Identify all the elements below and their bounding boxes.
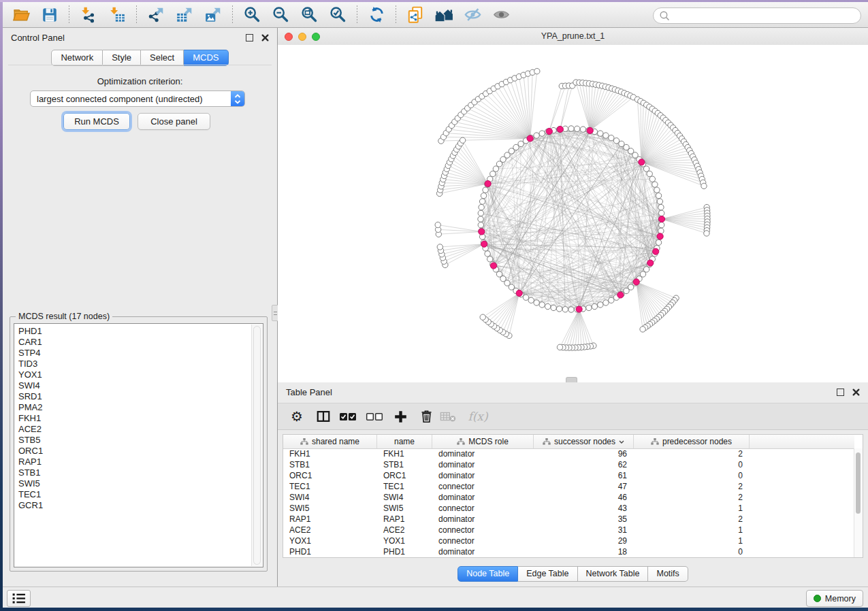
- table-tab-edge-table[interactable]: Edge Table: [518, 566, 577, 582]
- mcds-result-item[interactable]: SWI5: [18, 478, 263, 489]
- mcds-result-item[interactable]: SRD1: [18, 391, 263, 402]
- mcds-node[interactable]: [587, 127, 593, 133]
- network-node[interactable]: [545, 303, 550, 309]
- network-node[interactable]: [657, 199, 662, 204]
- delete-button[interactable]: [415, 406, 437, 427]
- network-node[interactable]: [523, 295, 528, 300]
- mcds-node[interactable]: [617, 292, 624, 298]
- mcds-result-list[interactable]: PHD1CAR1STP4TID3YOX1SWI4SRD1PMA2FKH1ACE2…: [14, 323, 263, 567]
- network-node[interactable]: [562, 307, 568, 312]
- table-row[interactable]: SWI4SWI4dominator462: [283, 492, 854, 503]
- network-node[interactable]: [539, 302, 545, 308]
- mcds-node[interactable]: [516, 290, 522, 296]
- table-row[interactable]: PHD1PHD1dominator180: [283, 546, 854, 557]
- network-node[interactable]: [643, 166, 649, 171]
- network-node[interactable]: [485, 251, 490, 257]
- zoom-selected-button[interactable]: [323, 4, 352, 26]
- network-canvas[interactable]: [278, 45, 868, 382]
- table-scrollbar[interactable]: [854, 448, 863, 557]
- network-node[interactable]: [534, 133, 539, 138]
- mcds-result-item[interactable]: SWI4: [18, 380, 263, 391]
- mcds-result-item[interactable]: ORC1: [18, 446, 263, 457]
- export-image-button[interactable]: [199, 4, 227, 26]
- deselect-all-button[interactable]: [364, 406, 385, 427]
- network-node[interactable]: [656, 193, 661, 198]
- network-node[interactable]: [580, 127, 585, 132]
- network-node[interactable]: [534, 69, 540, 74]
- mcds-result-item[interactable]: CAR1: [18, 337, 263, 348]
- table-row[interactable]: TEC1TEC1connector472: [283, 481, 854, 492]
- zoom-out-button[interactable]: [266, 4, 295, 26]
- mcds-result-item[interactable]: GCR1: [18, 500, 263, 511]
- mcds-node[interactable]: [633, 279, 639, 285]
- mcds-result-item[interactable]: PHD1: [18, 326, 263, 337]
- mcds-node[interactable]: [527, 135, 533, 142]
- table-tab-motifs[interactable]: Motifs: [648, 566, 688, 582]
- network-node[interactable]: [551, 305, 556, 310]
- hide-selected-button[interactable]: [458, 4, 487, 26]
- zoom-in-button[interactable]: [238, 4, 266, 26]
- close-panel-icon[interactable]: [852, 389, 860, 396]
- close-panel-button[interactable]: Close panel: [138, 113, 210, 130]
- table-row[interactable]: ORC1ORC1dominator610: [283, 470, 854, 481]
- mcds-node[interactable]: [658, 216, 664, 222]
- first-neighbors-button[interactable]: [430, 4, 458, 26]
- save-button[interactable]: [35, 4, 64, 26]
- mcds-result-item[interactable]: TEC1: [18, 489, 263, 500]
- network-node[interactable]: [437, 244, 443, 250]
- mcds-result-item[interactable]: PMA2: [18, 402, 263, 413]
- mcds-result-item[interactable]: TID3: [18, 359, 263, 369]
- add-row-button[interactable]: [389, 406, 411, 427]
- search-box[interactable]: [653, 7, 861, 24]
- memory-button[interactable]: Memory: [806, 590, 863, 607]
- mcds-node[interactable]: [657, 233, 663, 240]
- network-node[interactable]: [539, 131, 545, 136]
- search-input[interactable]: [671, 9, 861, 22]
- run-mcds-button[interactable]: Run MCDS: [63, 113, 130, 130]
- mcds-node[interactable]: [481, 241, 487, 247]
- network-node[interactable]: [647, 171, 652, 176]
- table-columns-button[interactable]: [312, 406, 334, 427]
- network-node[interactable]: [652, 182, 658, 187]
- mcds-node[interactable]: [647, 260, 654, 266]
- network-node[interactable]: [654, 187, 660, 193]
- export-network-button[interactable]: [142, 4, 170, 26]
- network-node[interactable]: [586, 305, 592, 310]
- table-row[interactable]: STB1STB1dominator620: [283, 459, 854, 470]
- network-node[interactable]: [481, 193, 486, 198]
- copy-view-button[interactable]: [401, 4, 430, 26]
- column-header-MCDS-role[interactable]: MCDS role: [432, 435, 534, 448]
- network-node[interactable]: [658, 204, 664, 210]
- column-header-successor-nodes[interactable]: successor nodes: [534, 435, 634, 448]
- mcds-node[interactable]: [490, 263, 496, 269]
- table-scrollbar-thumb[interactable]: [856, 452, 861, 514]
- network-node[interactable]: [598, 131, 603, 136]
- mcds-node[interactable]: [639, 159, 645, 165]
- mcds-node[interactable]: [546, 128, 552, 134]
- network-node[interactable]: [556, 306, 562, 312]
- horizontal-splitter-handle[interactable]: [566, 377, 577, 382]
- network-node[interactable]: [609, 297, 614, 303]
- network-node[interactable]: [483, 187, 488, 193]
- table-row[interactable]: RAP1RAP1dominator352: [283, 514, 854, 525]
- mcds-result-item[interactable]: YOX1: [18, 369, 263, 380]
- mcds-result-item[interactable]: ACE2: [18, 424, 263, 435]
- network-node[interactable]: [518, 141, 524, 146]
- network-node[interactable]: [609, 135, 614, 141]
- tab-select[interactable]: Select: [141, 50, 184, 66]
- network-node[interactable]: [659, 210, 664, 216]
- close-panel-icon[interactable]: [261, 34, 269, 42]
- import-network-button[interactable]: [74, 4, 103, 26]
- network-node[interactable]: [575, 126, 580, 131]
- network-node[interactable]: [479, 204, 484, 210]
- network-node[interactable]: [478, 210, 483, 216]
- network-node[interactable]: [658, 228, 664, 233]
- float-panel-icon[interactable]: [246, 34, 253, 42]
- float-panel-icon[interactable]: [837, 389, 844, 396]
- table-settings-button[interactable]: ⚙: [286, 406, 308, 427]
- mcds-node[interactable]: [557, 126, 563, 132]
- network-node[interactable]: [656, 240, 661, 245]
- network-node[interactable]: [534, 300, 539, 306]
- table-row[interactable]: FKH1FKH1dominator962: [283, 448, 854, 459]
- criterion-dropdown[interactable]: largest connected component (undirected): [30, 90, 245, 107]
